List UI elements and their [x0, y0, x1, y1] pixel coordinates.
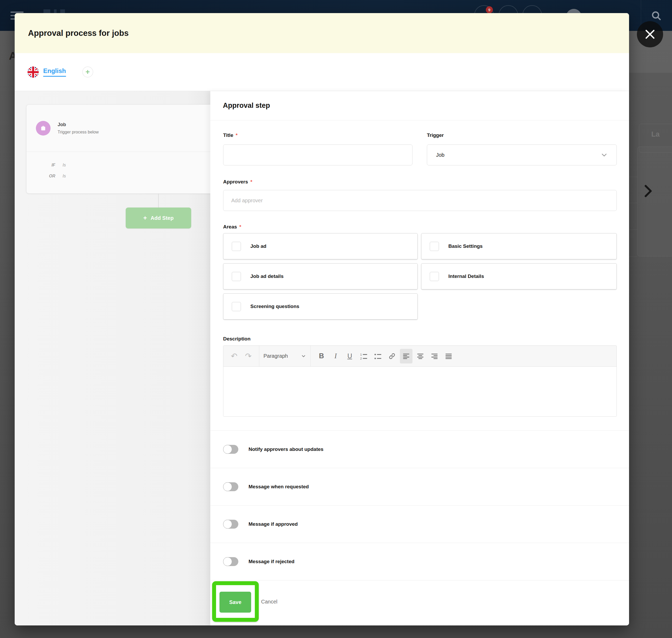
approvers-input[interactable]: [223, 190, 617, 211]
area-option-internal-details[interactable]: Internal Details: [421, 263, 617, 289]
cancel-button[interactable]: Cancel: [261, 599, 277, 605]
approval-step-panel: Approval step Title* Trigger Job Approve…: [210, 91, 629, 625]
required-asterisk: *: [239, 224, 241, 230]
link-icon[interactable]: [386, 349, 398, 364]
svg-text:2: 2: [360, 357, 362, 360]
message-if-approved-toggle[interactable]: [223, 520, 238, 528]
tab-language-english[interactable]: English: [43, 67, 66, 77]
toggle-row-message-rejected: Message if rejected: [210, 543, 629, 580]
align-center-icon[interactable]: [414, 349, 427, 364]
condition-operator: IF: [43, 163, 55, 167]
undo-icon[interactable]: ↶: [228, 349, 241, 364]
modal-body: Job Trigger process below IF Is OR Is: [15, 91, 629, 625]
align-justify-icon[interactable]: [442, 349, 455, 364]
bullet-list-icon[interactable]: [372, 349, 384, 364]
flow-panel: Job Trigger process below IF Is OR Is: [15, 91, 210, 625]
background-drawer-fragment: [637, 147, 672, 256]
required-asterisk: *: [250, 179, 252, 184]
toggle-row-message-requested: Message when requested: [210, 468, 629, 505]
approvers-label: Approvers*: [223, 179, 252, 185]
language-bar: English +: [15, 53, 629, 91]
checkbox[interactable]: [430, 272, 439, 281]
svg-text:1: 1: [360, 353, 362, 356]
toggle-label: Message if rejected: [248, 559, 294, 565]
background-row-divider: [629, 203, 637, 203]
description-label: Description: [223, 336, 251, 342]
toggle-label: Notify approvers about updates: [248, 447, 324, 452]
align-left-icon[interactable]: [400, 349, 412, 364]
background-row-divider: [629, 177, 637, 177]
paragraph-style-select[interactable]: Paragraph: [259, 346, 311, 366]
toggle-label: Message if approved: [248, 521, 298, 527]
add-language-button[interactable]: +: [82, 66, 93, 78]
modal-header: Approval process for jobs: [15, 13, 629, 53]
undo-redo-group: ↶ ↷: [224, 346, 259, 366]
trigger-card-texts: Job Trigger process below: [58, 122, 99, 135]
editor-toolbar: ↶ ↷ Paragraph B I U: [224, 346, 617, 367]
notification-badge: 9: [486, 6, 493, 13]
step-heading: Approval step: [223, 102, 270, 110]
save-button[interactable]: Save: [219, 592, 251, 612]
step-heading-row: Approval step: [210, 91, 629, 120]
title-label: Title*: [223, 132, 237, 138]
trigger-label: Trigger: [427, 132, 444, 138]
checkbox[interactable]: [232, 242, 241, 251]
add-step-label: Add Step: [151, 215, 174, 221]
area-option-basic-settings[interactable]: Basic Settings: [421, 233, 617, 259]
area-option-job-ad-details[interactable]: Job ad details: [223, 263, 418, 289]
description-textarea[interactable]: [224, 367, 617, 416]
condition-value: Is: [63, 163, 66, 167]
trigger-select-value: Job: [436, 152, 601, 158]
close-icon[interactable]: [637, 21, 663, 47]
message-when-requested-toggle[interactable]: [223, 482, 238, 491]
trigger-card-subtitle: Trigger process below: [58, 130, 99, 135]
paragraph-style-value: Paragraph: [263, 353, 288, 359]
search-icon[interactable]: [651, 10, 662, 21]
uk-flag-icon: [28, 66, 39, 78]
chevron-down-icon: [601, 152, 608, 158]
plus-icon: +: [143, 214, 147, 222]
message-if-rejected-toggle[interactable]: [223, 557, 238, 566]
background-row-divider: [629, 256, 637, 257]
toggles-section: Notify approvers about updates Message w…: [210, 431, 629, 580]
title-input[interactable]: [223, 145, 412, 165]
area-label: Job ad: [250, 244, 266, 249]
area-option-job-ad[interactable]: Job ad: [223, 233, 418, 259]
italic-icon[interactable]: I: [329, 349, 342, 364]
ordered-list-icon[interactable]: 1 2: [358, 349, 370, 364]
areas-label: Areas*: [223, 224, 241, 230]
checkbox[interactable]: [232, 272, 241, 281]
underline-icon[interactable]: U: [343, 349, 356, 364]
checkbox[interactable]: [232, 302, 241, 311]
area-label: Basic Settings: [448, 244, 483, 249]
required-asterisk: *: [236, 132, 237, 138]
align-right-icon[interactable]: [428, 349, 441, 364]
add-step-button[interactable]: + Add Step: [126, 207, 191, 229]
area-label: Screening questions: [250, 304, 299, 309]
areas-grid: Job ad Basic Settings Job ad details Int…: [223, 233, 617, 320]
toggle-row-notify-approvers: Notify approvers about updates: [210, 431, 629, 468]
bold-icon[interactable]: B: [315, 349, 328, 364]
format-group: B I U 1 2: [311, 346, 459, 366]
area-label: Job ad details: [250, 273, 284, 279]
trigger-card-title: Job: [58, 122, 99, 128]
area-option-screening-questions[interactable]: Screening questions: [223, 293, 418, 320]
background-row-divider: [629, 230, 637, 230]
redo-icon[interactable]: ↷: [242, 349, 255, 364]
modal-title: Approval process for jobs: [28, 29, 129, 38]
background-card-label: La: [651, 130, 660, 138]
trigger-select[interactable]: Job: [427, 145, 617, 165]
chevron-down-icon: [301, 354, 306, 359]
toggle-label: Message when requested: [248, 484, 309, 490]
screen: 9 A La Approval process for jobs: [0, 0, 672, 638]
condition-value: Is: [63, 174, 66, 179]
job-trigger-avatar: [36, 121, 51, 136]
chevron-right-icon[interactable]: [641, 183, 655, 200]
checkbox[interactable]: [430, 242, 439, 251]
description-editor: ↶ ↷ Paragraph B I U: [223, 346, 617, 417]
area-label: Internal Details: [448, 273, 484, 279]
notify-approvers-toggle[interactable]: [223, 445, 238, 454]
briefcase-icon: [40, 125, 47, 132]
approval-process-modal: Approval process for jobs English +: [15, 13, 629, 625]
modal-footer: Save Cancel: [210, 580, 629, 625]
